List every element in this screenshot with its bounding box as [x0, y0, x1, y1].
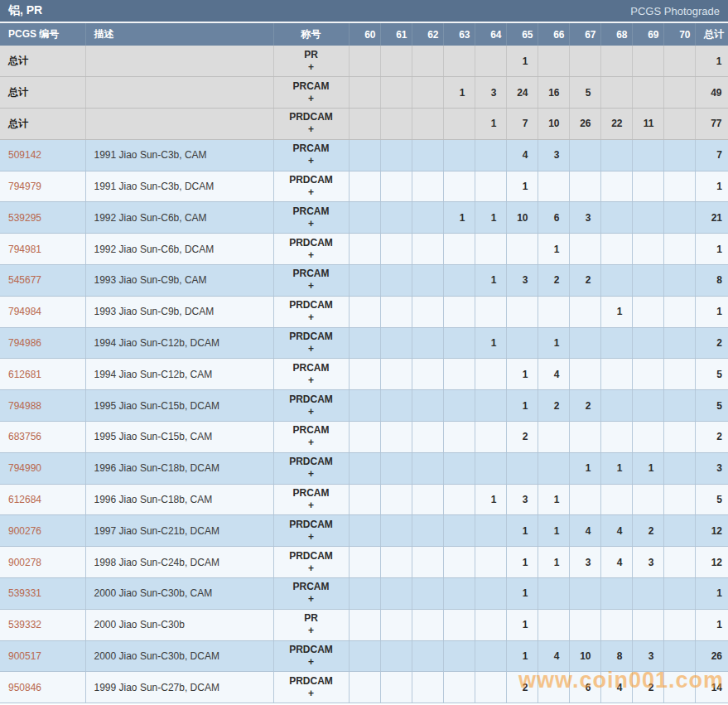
designation-cell: PRDCAM+ [273, 390, 349, 422]
pcgs-number-link[interactable]: 612684 [8, 494, 41, 505]
coin-description: 1992 Jiao Sun-C6b, DCAM [85, 234, 273, 265]
designation-plus: + [274, 593, 349, 606]
grade-count-cell [600, 484, 632, 515]
designation-cell: PRCAM+ [273, 578, 349, 610]
pcgs-number-link[interactable]: 612681 [8, 369, 41, 380]
grade-count-cell [538, 672, 569, 703]
pcgs-number-link[interactable]: 900276 [8, 525, 41, 537]
grade-count-cell [538, 452, 569, 484]
grade-count-cell [600, 390, 632, 422]
grade-count-cell [443, 640, 475, 672]
grade-count-cell [600, 171, 632, 202]
designation-name: PRCAM [274, 80, 349, 93]
designation-name: PRCAM [274, 487, 349, 500]
grade-count-cell: 1 [475, 265, 506, 297]
grade-count-cell [380, 484, 412, 515]
designation-name: PRCAM [274, 205, 349, 218]
grade-count-cell [443, 422, 475, 453]
grade-count-cell: 22 [600, 109, 632, 140]
grade-count-cell [412, 77, 443, 109]
grade-count-cell [475, 609, 506, 640]
grade-count-cell [412, 672, 443, 703]
column-header: 称号 [273, 23, 349, 46]
pcgs-number-cell: 794984 [0, 296, 85, 327]
pcgs-number-link[interactable]: 794984 [8, 306, 41, 317]
grade-count-cell [443, 452, 475, 484]
pcgs-number-link[interactable]: 900517 [8, 650, 41, 662]
grade-count-cell [412, 609, 443, 640]
pcgs-number-link[interactable]: 794981 [8, 244, 41, 255]
designation-name: PRDCAM [274, 237, 349, 249]
designation-cell: PRDCAM+ [273, 452, 349, 484]
grade-count-cell [443, 109, 475, 140]
pcgs-number-link[interactable]: 794986 [8, 337, 41, 349]
pcgs-number-link[interactable]: 950846 [8, 682, 41, 693]
pcgs-number-link[interactable]: 539332 [8, 619, 41, 630]
row-total: 3 [695, 452, 728, 484]
grade-count-cell [349, 484, 380, 515]
grade-count-cell [412, 578, 443, 610]
pcgs-number-link[interactable]: 545677 [8, 274, 41, 286]
grade-count-cell [600, 139, 632, 171]
grade-count-cell [443, 672, 475, 703]
grade-count-cell [600, 609, 632, 640]
grade-count-cell [380, 139, 412, 171]
grade-count-cell [349, 609, 380, 640]
grade-count-cell [475, 422, 506, 453]
pcgs-number-cell: 900517 [0, 640, 85, 672]
grade-count-cell: 2 [538, 390, 569, 422]
grade-count-cell [475, 390, 506, 422]
pcgs-number-link[interactable]: 900278 [8, 557, 41, 568]
coin-description: 2000 Jiao Sun-C30b [85, 609, 273, 640]
grade-count-cell [443, 390, 475, 422]
designation-name: PRDCAM [274, 394, 349, 406]
pcgs-number-link[interactable]: 539295 [8, 212, 41, 224]
pcgs-number-link[interactable]: 509142 [8, 149, 41, 161]
table-row: 5393322000 Jiao Sun-C30bPR+11 [0, 609, 728, 640]
grade-count-cell: 1 [506, 640, 538, 672]
grade-count-cell [600, 77, 632, 109]
pcgs-number-link[interactable]: 683756 [8, 431, 41, 442]
pcgs-number-link[interactable]: 794990 [8, 462, 41, 474]
grade-count-cell: 1 [538, 547, 569, 578]
pcgs-number-cell: 794986 [0, 327, 85, 359]
grade-count-cell: 1 [600, 452, 632, 484]
designation-name: PRDCAM [274, 519, 349, 531]
grade-count-cell [600, 265, 632, 297]
pcgs-number-link[interactable]: 794988 [8, 400, 41, 412]
row-total: 1 [695, 296, 728, 327]
grade-count-cell [380, 390, 412, 422]
table-row: 5393312000 Jiao Sun-C30b, CAMPRCAM+11 [0, 578, 728, 610]
designation-name: PRCAM [274, 268, 349, 280]
column-header: 70 [663, 23, 695, 46]
grade-count-cell: 1 [443, 202, 475, 234]
table-row: 9005172000 Jiao Sun-C30b, DCAMPRDCAM+141… [0, 640, 728, 672]
designation-name: PR [274, 49, 349, 61]
designation-plus: + [274, 406, 349, 418]
pcgs-number-cell: 545677 [0, 265, 85, 297]
grade-count-cell [569, 609, 600, 640]
grade-count-cell: 4 [538, 640, 569, 672]
grade-count-cell: 2 [538, 265, 569, 297]
pcgs-number-link[interactable]: 539331 [8, 587, 41, 599]
grade-count-cell: 2 [506, 672, 538, 703]
grade-count-cell [632, 139, 663, 171]
row-total: 21 [695, 202, 728, 234]
grade-count-cell [538, 609, 569, 640]
grade-count-cell [475, 234, 506, 265]
grade-count-cell [443, 265, 475, 297]
grade-count-cell [380, 77, 412, 109]
grade-count-cell: 3 [632, 547, 663, 578]
designation-cell: PRDCAM+ [273, 234, 349, 265]
grade-count-cell [349, 515, 380, 547]
designation-cell: PRCAM+ [273, 265, 349, 297]
grade-count-cell: 4 [569, 515, 600, 547]
grade-count-cell [380, 234, 412, 265]
grade-count-cell [569, 139, 600, 171]
grade-count-cell [475, 359, 506, 390]
grade-count-cell [538, 422, 569, 453]
grade-count-cell [412, 640, 443, 672]
pcgs-number-link[interactable]: 794979 [8, 181, 41, 192]
total-label: 总计 [8, 86, 28, 98]
grade-count-cell: 16 [538, 77, 569, 109]
